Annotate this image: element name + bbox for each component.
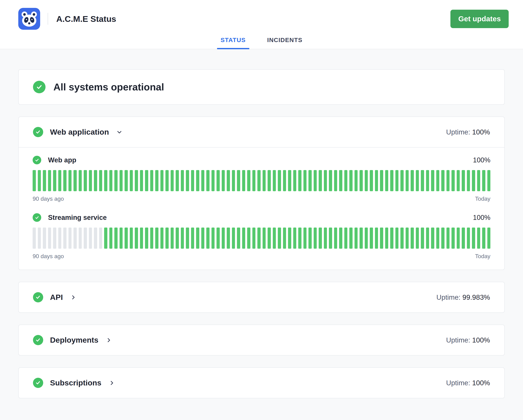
uptime-bar-up[interactable] <box>324 170 327 191</box>
uptime-bar-up[interactable] <box>237 170 240 191</box>
uptime-bar-up[interactable] <box>94 170 97 191</box>
uptime-bar-up[interactable] <box>365 170 368 191</box>
uptime-bar-up[interactable] <box>400 228 404 249</box>
uptime-bar-up[interactable] <box>380 228 383 249</box>
uptime-bar-up[interactable] <box>186 228 189 249</box>
uptime-bar-up[interactable] <box>125 170 128 191</box>
uptime-bar-up[interactable] <box>451 228 455 249</box>
uptime-bar-up[interactable] <box>242 170 245 191</box>
uptime-bar-up[interactable] <box>120 228 123 249</box>
tab-incidents[interactable]: INCIDENTS <box>266 37 304 49</box>
uptime-bar-up[interactable] <box>329 170 332 191</box>
uptime-bar-up[interactable] <box>58 170 61 191</box>
uptime-bar-up[interactable] <box>63 170 66 191</box>
uptime-bar-up[interactable] <box>43 170 46 191</box>
uptime-bar-up[interactable] <box>104 170 107 191</box>
uptime-bar-up[interactable] <box>416 228 419 249</box>
uptime-bar-up[interactable] <box>339 170 342 191</box>
uptime-bar-up[interactable] <box>171 228 174 249</box>
uptime-bar-up[interactable] <box>390 170 393 191</box>
uptime-bar-up[interactable] <box>104 228 107 249</box>
uptime-bar-empty[interactable] <box>89 228 92 249</box>
uptime-bar-up[interactable] <box>426 228 429 249</box>
uptime-bar-up[interactable] <box>416 170 419 191</box>
uptime-bar-up[interactable] <box>360 228 363 249</box>
uptime-bar-up[interactable] <box>278 228 281 249</box>
uptime-bar-up[interactable] <box>160 228 164 249</box>
uptime-bar-up[interactable] <box>99 170 102 191</box>
uptime-bar-up[interactable] <box>298 228 302 249</box>
uptime-bar-up[interactable] <box>457 228 460 249</box>
uptime-bar-empty[interactable] <box>33 228 36 249</box>
uptime-bar-up[interactable] <box>390 228 393 249</box>
uptime-bar-up[interactable] <box>191 170 194 191</box>
uptime-bar-up[interactable] <box>487 228 490 249</box>
uptime-bar-up[interactable] <box>257 228 261 249</box>
uptime-bar-up[interactable] <box>406 170 409 191</box>
uptime-bar-up[interactable] <box>33 170 36 191</box>
uptime-bar-up[interactable] <box>314 228 317 249</box>
uptime-bar-up[interactable] <box>319 228 322 249</box>
uptime-bar-up[interactable] <box>354 170 358 191</box>
uptime-bar-up[interactable] <box>212 170 215 191</box>
uptime-bar-up[interactable] <box>278 170 281 191</box>
uptime-bar-up[interactable] <box>370 170 373 191</box>
uptime-bar-up[interactable] <box>441 228 444 249</box>
uptime-bar-up[interactable] <box>334 228 337 249</box>
uptime-bar-empty[interactable] <box>48 228 51 249</box>
uptime-bar-up[interactable] <box>74 170 77 191</box>
uptime-bar-up[interactable] <box>268 228 271 249</box>
uptime-bar-up[interactable] <box>482 170 485 191</box>
uptime-bar-up[interactable] <box>125 228 128 249</box>
uptime-bar-up[interactable] <box>472 170 475 191</box>
uptime-bar-up[interactable] <box>431 170 434 191</box>
uptime-bar-up[interactable] <box>196 228 199 249</box>
uptime-bar-up[interactable] <box>191 228 194 249</box>
uptime-bar-up[interactable] <box>145 228 148 249</box>
uptime-bar-up[interactable] <box>222 228 225 249</box>
uptime-bar-up[interactable] <box>447 228 450 249</box>
uptime-bar-up[interactable] <box>217 170 220 191</box>
group-header-web-application[interactable]: Web application Uptime: 100% <box>19 117 504 147</box>
uptime-bar-up[interactable] <box>365 228 368 249</box>
uptime-bar-up[interactable] <box>268 170 271 191</box>
uptime-bar-up[interactable] <box>68 170 72 191</box>
uptime-bar-up[interactable] <box>293 170 296 191</box>
uptime-bar-up[interactable] <box>247 228 250 249</box>
uptime-bar-up[interactable] <box>242 228 245 249</box>
get-updates-button[interactable]: Get updates <box>450 10 509 28</box>
uptime-bar-up[interactable] <box>109 228 113 249</box>
uptime-bar-empty[interactable] <box>94 228 97 249</box>
tab-status[interactable]: STATUS <box>219 37 247 49</box>
uptime-bar-up[interactable] <box>114 228 118 249</box>
chevron-right-icon[interactable] <box>70 294 77 301</box>
uptime-bar-up[interactable] <box>227 228 230 249</box>
uptime-bar-up[interactable] <box>155 228 158 249</box>
uptime-bar-up[interactable] <box>354 228 358 249</box>
uptime-bar-up[interactable] <box>120 170 123 191</box>
uptime-bar-up[interactable] <box>487 170 490 191</box>
uptime-bar-up[interactable] <box>283 228 286 249</box>
uptime-bar-up[interactable] <box>181 170 184 191</box>
uptime-bar-up[interactable] <box>329 228 332 249</box>
uptime-bar-up[interactable] <box>171 170 174 191</box>
uptime-bar-up[interactable] <box>176 228 179 249</box>
uptime-bar-up[interactable] <box>406 228 409 249</box>
uptime-bar-up[interactable] <box>288 170 291 191</box>
uptime-bar-up[interactable] <box>309 228 312 249</box>
uptime-bar-up[interactable] <box>262 228 266 249</box>
uptime-bar-up[interactable] <box>252 228 256 249</box>
uptime-bar-up[interactable] <box>344 228 348 249</box>
uptime-bar-up[interactable] <box>293 228 296 249</box>
uptime-bar-up[interactable] <box>436 228 440 249</box>
uptime-bar-up[interactable] <box>257 170 261 191</box>
uptime-bar-up[interactable] <box>130 170 133 191</box>
uptime-bar-up[interactable] <box>370 228 373 249</box>
uptime-bar-up[interactable] <box>426 170 429 191</box>
uptime-bar-up[interactable] <box>283 170 286 191</box>
uptime-bar-up[interactable] <box>227 170 230 191</box>
uptime-bar-up[interactable] <box>385 228 388 249</box>
uptime-bar-empty[interactable] <box>43 228 46 249</box>
uptime-bar-up[interactable] <box>314 170 317 191</box>
uptime-bar-up[interactable] <box>339 228 342 249</box>
